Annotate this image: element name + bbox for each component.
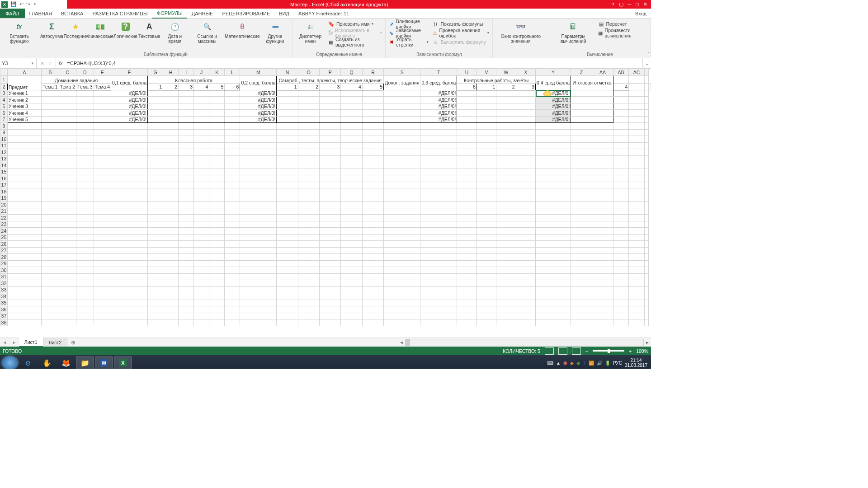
cell[interactable] <box>384 306 420 313</box>
cell[interactable] <box>420 129 457 136</box>
cell[interactable] <box>59 208 76 215</box>
cell[interactable] <box>476 228 496 235</box>
cell[interactable] <box>59 123 76 130</box>
cell[interactable] <box>179 110 194 117</box>
cell[interactable] <box>194 221 209 228</box>
cell[interactable] <box>384 188 420 195</box>
row-header-27[interactable]: 27 <box>0 247 8 254</box>
battery-icon[interactable]: 🔋 <box>605 361 610 366</box>
create-from-selection-button[interactable]: ▦Создать из выделенного <box>327 38 384 47</box>
cell[interactable] <box>320 241 341 248</box>
cell[interactable] <box>592 221 613 228</box>
cell[interactable] <box>476 286 496 293</box>
cell[interactable] <box>76 129 94 136</box>
cell[interactable] <box>59 136 76 143</box>
watch-window-button[interactable]: 👓Окно контрольного значения <box>495 19 547 45</box>
cell[interactable]: Домашние задания <box>42 75 111 83</box>
cell[interactable] <box>94 273 111 280</box>
cell[interactable] <box>592 195 613 202</box>
cell[interactable] <box>476 110 496 117</box>
cell[interactable] <box>163 254 179 261</box>
cell[interactable] <box>179 267 194 274</box>
cell[interactable] <box>148 319 163 326</box>
cell[interactable] <box>592 202 613 208</box>
page-layout-view-icon[interactable] <box>558 347 567 355</box>
cell[interactable] <box>148 254 163 261</box>
cell[interactable] <box>457 195 476 202</box>
cell[interactable] <box>476 188 496 195</box>
cell[interactable] <box>496 260 516 267</box>
col-header-Z[interactable]: Z <box>571 69 592 76</box>
cell[interactable] <box>277 188 298 195</box>
cell[interactable] <box>76 90 94 97</box>
cell[interactable] <box>476 149 496 156</box>
cell[interactable] <box>536 221 571 228</box>
cell[interactable] <box>629 241 644 248</box>
cell[interactable] <box>76 175 94 182</box>
cell[interactable] <box>240 149 277 156</box>
cell[interactable] <box>59 221 76 228</box>
cell[interactable] <box>362 175 383 182</box>
cell[interactable] <box>59 97 76 103</box>
cell[interactable] <box>59 103 76 110</box>
cell[interactable] <box>320 293 341 300</box>
cell[interactable] <box>496 110 516 117</box>
cell[interactable] <box>476 116 496 123</box>
cell[interactable] <box>476 182 496 188</box>
row-header-35[interactable]: 35 <box>0 300 8 306</box>
cell[interactable] <box>362 208 383 215</box>
tab-file[interactable]: ФАЙЛ <box>0 9 25 18</box>
cell[interactable] <box>209 123 225 130</box>
cell[interactable] <box>148 241 163 248</box>
cell[interactable] <box>571 110 613 117</box>
taskbar-excel[interactable]: X <box>114 357 132 369</box>
cell[interactable] <box>209 110 225 117</box>
cell[interactable] <box>320 142 341 149</box>
cell[interactable] <box>320 90 341 97</box>
cell[interactable] <box>571 169 592 175</box>
cell[interactable] <box>76 103 94 110</box>
cell[interactable] <box>179 129 194 136</box>
cell[interactable] <box>298 215 319 221</box>
row-header-13[interactable]: 13 <box>0 155 8 162</box>
cell[interactable] <box>179 116 194 123</box>
cell[interactable] <box>209 169 225 175</box>
cell[interactable] <box>516 221 535 228</box>
cell[interactable] <box>457 260 476 267</box>
cell[interactable] <box>194 149 209 156</box>
cell[interactable] <box>209 90 225 97</box>
cell[interactable] <box>163 267 179 274</box>
cell[interactable] <box>496 234 516 241</box>
cell[interactable] <box>571 300 592 306</box>
cell[interactable] <box>179 319 194 326</box>
cell[interactable] <box>225 254 240 261</box>
cell[interactable] <box>59 162 76 169</box>
cell[interactable] <box>148 293 163 300</box>
cell[interactable] <box>420 155 457 162</box>
cell[interactable]: 0,4 сред балла <box>536 75 571 90</box>
cell[interactable] <box>496 221 516 228</box>
cell[interactable] <box>341 319 362 326</box>
cell[interactable] <box>613 195 628 202</box>
cell[interactable] <box>42 175 59 182</box>
cell[interactable] <box>320 267 341 274</box>
cell[interactable] <box>571 267 592 274</box>
cell[interactable] <box>457 202 476 208</box>
col-header-S[interactable]: S <box>384 69 420 76</box>
cell[interactable] <box>163 123 179 130</box>
cell[interactable] <box>571 136 592 143</box>
cell[interactable] <box>148 267 163 274</box>
cell[interactable] <box>298 208 319 215</box>
cell[interactable] <box>76 280 94 287</box>
cell[interactable] <box>571 149 592 156</box>
cell[interactable] <box>225 103 240 110</box>
cell[interactable] <box>613 247 628 254</box>
cell[interactable] <box>420 221 457 228</box>
cell[interactable] <box>76 123 94 130</box>
cell[interactable] <box>59 155 76 162</box>
cell[interactable] <box>225 293 240 300</box>
cell[interactable] <box>179 293 194 300</box>
cell[interactable] <box>163 195 179 202</box>
cell[interactable]: 4 <box>341 83 362 90</box>
cell[interactable] <box>111 136 148 143</box>
